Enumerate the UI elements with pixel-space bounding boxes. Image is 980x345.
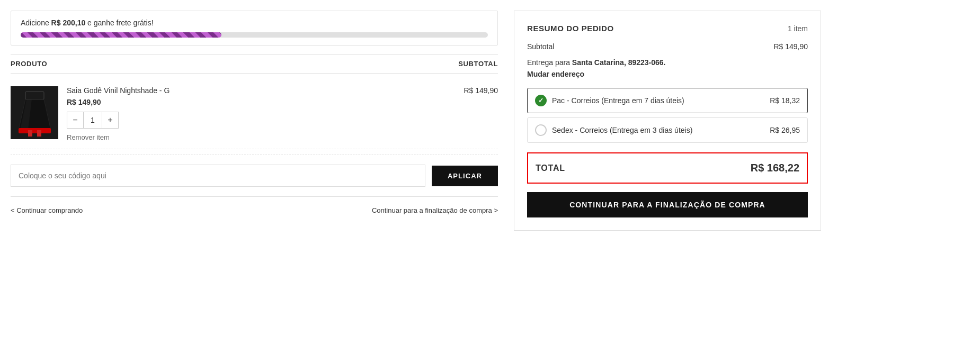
remove-item-link[interactable]: Remover item	[67, 133, 110, 141]
checkout-button[interactable]: CONTINUAR PARA A FINALIZAÇÃO DE COMPRA	[527, 192, 808, 217]
order-summary: RESUMO DO PEDIDO 1 item Subtotal R$ 149,…	[514, 11, 821, 231]
svg-rect-3	[19, 128, 51, 133]
shipping-option-sedex-left: Sedex - Correios (Entrega em 3 dias útei…	[535, 124, 692, 136]
subtotal-label: Subtotal	[527, 42, 554, 51]
coupon-section: APLICAR	[11, 155, 498, 196]
apply-coupon-button[interactable]: APLICAR	[432, 166, 498, 186]
shipping-option-pac[interactable]: ✓ Pac - Correios (Entrega em 7 dias útei…	[527, 88, 808, 113]
subtotal-row: Subtotal R$ 149,90	[527, 42, 808, 51]
product-price: R$ 149,90	[67, 98, 464, 106]
quantity-value: 1	[83, 112, 102, 128]
progress-bar-fill	[21, 32, 221, 38]
svg-rect-5	[37, 130, 41, 137]
summary-header: RESUMO DO PEDIDO 1 item	[527, 24, 808, 33]
product-subtotal: R$ 149,90	[464, 86, 498, 95]
shipping-banner-text: Adicione R$ 200,10 e ganhe frete grátis!	[21, 19, 488, 27]
coupon-input[interactable]	[11, 165, 425, 187]
col-product-label: PRODUTO	[11, 60, 47, 68]
delivery-info: Entrega para Santa Catarina, 89223-066.	[527, 58, 808, 67]
shipping-amount: R$ 200,10	[51, 19, 86, 27]
svg-rect-4	[28, 130, 32, 137]
summary-title: RESUMO DO PEDIDO	[527, 24, 614, 33]
bottom-nav: < Continuar comprando Continuar para a f…	[11, 196, 498, 224]
product-row: Saia Godê Vinil Nightshade - G R$ 149,90…	[11, 79, 498, 149]
back-to-shopping-link[interactable]: < Continuar comprando	[11, 206, 83, 214]
sedex-label: Sedex - Correios (Entrega em 3 dias útei…	[552, 126, 692, 134]
summary-items-count: 1 item	[788, 24, 808, 33]
progress-bar-background	[21, 32, 488, 38]
product-table-header: PRODUTO SUBTOTAL	[11, 54, 498, 74]
left-panel: Adicione R$ 200,10 e ganhe frete grátis!…	[11, 11, 498, 334]
col-subtotal-label: SUBTOTAL	[458, 60, 498, 68]
subtotal-value: R$ 149,90	[773, 42, 808, 51]
pac-price: R$ 18,32	[770, 96, 800, 105]
quantity-control: − 1 +	[67, 112, 119, 129]
shipping-banner: Adicione R$ 200,10 e ganhe frete grátis!	[11, 11, 498, 46]
product-thumbnail	[15, 89, 55, 137]
radio-selected-icon: ✓	[535, 95, 547, 106]
total-label: TOTAL	[536, 164, 565, 173]
sedex-price: R$ 26,95	[770, 126, 800, 134]
right-panel: RESUMO DO PEDIDO 1 item Subtotal R$ 149,…	[514, 11, 821, 334]
product-info: Saia Godê Vinil Nightshade - G R$ 149,90…	[67, 86, 464, 141]
shipping-option-sedex[interactable]: Sedex - Correios (Entrega em 3 dias útei…	[527, 117, 808, 143]
svg-rect-0	[25, 92, 44, 99]
quantity-decrease-button[interactable]: −	[67, 112, 83, 128]
delivery-location: Santa Catarina, 89223-066.	[572, 58, 666, 67]
product-name: Saia Godê Vinil Nightshade - G	[67, 86, 464, 95]
shipping-option-pac-left: ✓ Pac - Correios (Entrega em 7 dias útei…	[535, 95, 684, 106]
radio-unselected-icon	[535, 124, 547, 136]
pac-label: Pac - Correios (Entrega em 7 dias úteis)	[552, 96, 684, 105]
quantity-increase-button[interactable]: +	[102, 112, 118, 128]
product-image	[11, 86, 58, 139]
shipping-options: ✓ Pac - Correios (Entrega em 7 dias útei…	[527, 88, 808, 143]
change-address-link[interactable]: Mudar endereço	[527, 70, 808, 78]
continue-to-checkout-link[interactable]: Continuar para a finalização de compra >	[372, 206, 498, 214]
total-value: R$ 168,22	[751, 162, 799, 174]
total-section: TOTAL R$ 168,22	[527, 152, 808, 184]
